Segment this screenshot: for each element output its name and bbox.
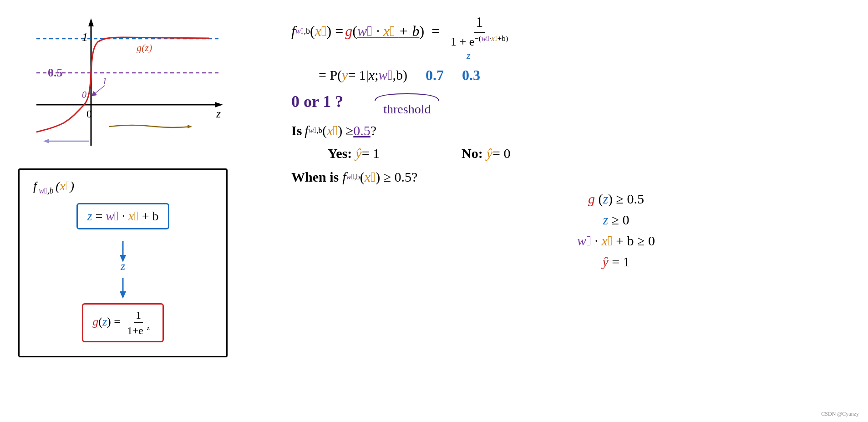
z-sublabel: z	[467, 50, 850, 61]
svg-text:g(z): g(z)	[137, 42, 152, 53]
svg-marker-14	[188, 125, 192, 128]
svg-text:z: z	[216, 107, 221, 120]
svg-text:1: 1	[102, 76, 107, 86]
svg-text:0: 0	[86, 108, 92, 120]
func-box-title: f w⃗ ,b (x⃗)	[33, 179, 213, 196]
watermark: CSDN @Cyanzy	[821, 411, 859, 417]
right-panel: f w⃗,b (x⃗) = g( w⃗ · x⃗ + b ) = 1 1 + e…	[255, 9, 850, 413]
formula-line-5: Yes: ŷ = 1 No: ŷ = 0	[291, 146, 850, 161]
svg-line-12	[93, 86, 105, 95]
formula-line-7: g (z) ≥ 0.5	[382, 191, 850, 207]
formula-line-6: When is f w⃗,b (x⃗) ≥ 0.5?	[291, 169, 850, 185]
graph-area: 1 0.5 0 z g(z) 1 0	[18, 14, 237, 159]
left-panel: 1 0.5 0 z g(z) 1 0	[18, 9, 255, 413]
svg-text:1: 1	[82, 31, 88, 44]
svg-marker-20	[120, 291, 126, 299]
formula-line-1: f w⃗,b (x⃗) = g( w⃗ · x⃗ + b ) = 1 1 + e…	[291, 14, 850, 49]
sigmoid-graph: 1 0.5 0 z g(z) 1 0	[18, 14, 237, 159]
main-container: 1 0.5 0 z g(z) 1 0	[0, 0, 868, 422]
arrow-down-2	[116, 277, 130, 300]
svg-marker-16	[43, 139, 49, 143]
svg-text:0.5: 0.5	[48, 66, 63, 79]
svg-text:0: 0	[82, 90, 86, 100]
formula-line-3: 0 or 1 ? threshold	[291, 92, 850, 117]
formula-line-8: z ≥ 0	[382, 212, 850, 228]
formula-line-4: Is f w⃗,b (x⃗) ≥ 0.5 ?	[291, 123, 850, 138]
zero-or-one-question: 0 or 1 ?	[291, 92, 343, 111]
red-box-equation: g(z) = 1 1+e−z	[82, 303, 164, 343]
threshold-label: threshold	[383, 102, 431, 117]
threshold-brace	[371, 92, 443, 102]
formula-line-2: = P( y = 1| x ; w⃗ ,b) 0.7 0.3	[319, 67, 850, 84]
svg-marker-1	[88, 18, 94, 26]
formula-line-10: ŷ = 1	[382, 254, 850, 269]
blue-box-equation: z = w⃗ · x⃗ + b	[76, 203, 169, 229]
function-box: f w⃗ ,b (x⃗) z = w⃗ · x⃗ + b	[18, 168, 228, 357]
formula-line-9: w⃗ · x⃗ + b ≥ 0	[382, 233, 850, 249]
